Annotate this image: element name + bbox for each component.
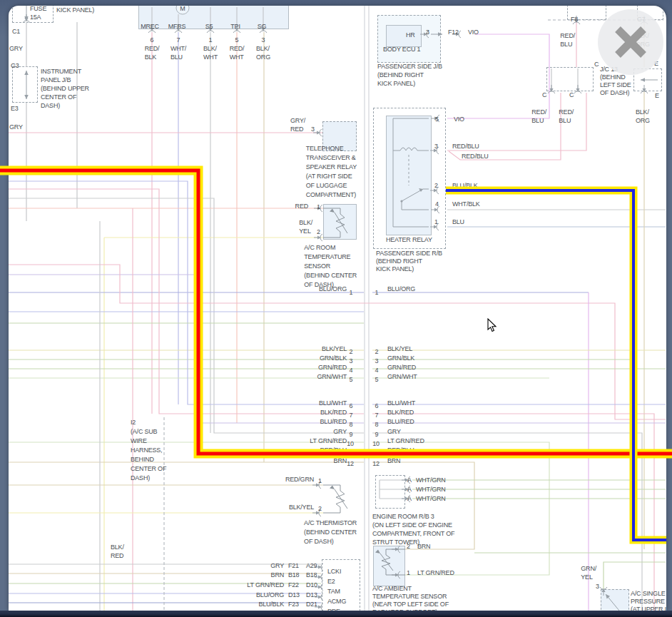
diagram-label: INSTRUMENT PANEL J/B (BEHIND UPPER CENTE… — [41, 67, 89, 110]
diagram-label: ENGINE ROOM R/B 3 (ON LEFT SIDE OF ENGIN… — [372, 512, 454, 546]
diagram-label: 10 — [372, 439, 380, 448]
diagram-label: D13 — [306, 591, 317, 599]
diagram-label: 12 — [347, 459, 354, 468]
diagram-label: 7 — [350, 411, 353, 419]
diagram-label: B18 — [306, 571, 317, 579]
diagram-label: E2 — [327, 577, 335, 586]
diagram-label: 1 — [375, 288, 379, 297]
diagram-label: WHT/GRN — [416, 494, 446, 503]
diagram-label: GRN/ YEL — [581, 564, 596, 581]
diagram-label: RED/BLU — [320, 446, 347, 454]
diagram-label: LT GRN/RED — [387, 437, 424, 445]
diagram-label: BLK/ ORG — [636, 108, 650, 125]
diagram-label: GRY — [9, 123, 23, 131]
diagram-label: F8 — [571, 15, 578, 24]
diagram-label: WHT/GRN — [416, 476, 446, 484]
diagram-label: BLU/ORG — [387, 285, 415, 293]
pin-connector — [574, 85, 581, 93]
diagram-label: 11 — [373, 449, 380, 457]
diagram-label: C — [569, 91, 574, 99]
diagram-label: BLU/BLK — [452, 181, 478, 190]
diagram-label: BRN — [387, 457, 400, 465]
diagram-label: HEATER RELAY — [386, 235, 432, 244]
diagram-label: 3 — [426, 28, 429, 36]
diagram-label: 1 — [350, 288, 353, 297]
diagram-label: MFRS — [168, 22, 186, 31]
diagram-label: TAM — [327, 587, 340, 596]
diagram-label: RED/ WHT — [230, 44, 245, 61]
diagram-label: VIO — [468, 28, 479, 36]
diagram-label: 2 — [375, 347, 379, 356]
diagram-label: PASSENGER SIDE R/B (BEHIND RIGHT KICK PA… — [376, 250, 442, 273]
diagram-label: GRN/BLK — [387, 354, 414, 362]
diagram-label: 5 — [235, 36, 239, 44]
diagram-label: 9 — [350, 430, 353, 439]
diagram-label: GRN/WHT — [387, 372, 417, 381]
diagram-label: BLU/RED — [320, 417, 347, 426]
diagram-label: RED/BLU — [462, 152, 489, 160]
diagram-label: 5 — [375, 375, 379, 384]
diagram-label: F22 — [288, 581, 299, 589]
diagram-label: I2 (A/C SUB WIRE HARNESS, BEHIND CENTER … — [131, 418, 166, 483]
diagram-label: D13 — [288, 591, 300, 599]
diagram-label: C1 — [12, 27, 20, 36]
diagram-label: 2 — [407, 542, 410, 551]
diagram-label: 12 — [372, 459, 380, 468]
diagram-label: A/C AMBIENT TEMPERATURE SENSOR (NEAR TOP… — [372, 585, 449, 611]
diagram-label: GRY — [270, 561, 284, 570]
diagram-label: F23 — [288, 600, 299, 608]
diagram-label: 7 — [375, 411, 379, 419]
diagram-label: F12 — [448, 28, 459, 36]
diagram-label: 6 — [375, 402, 379, 410]
close-button[interactable] — [598, 9, 663, 75]
diagram-label: BLK/RED — [387, 408, 414, 417]
diagram-label: 1 — [318, 476, 322, 485]
diagram-label: S5 — [205, 22, 213, 31]
diagram-label: A/C ROOM TEMPERATURE SENSOR (BEHIND CENT… — [304, 243, 357, 290]
diagram-label: A29 — [306, 561, 317, 570]
diagram-label: 4 — [435, 200, 439, 208]
thermistor-symbol — [323, 208, 347, 238]
diagram-label: BLU/BLK — [258, 600, 284, 608]
diagram-label: WHT/BLK — [452, 200, 480, 208]
diagram-label: BLU/WHT — [387, 399, 415, 407]
diagram-label: HR — [406, 31, 415, 39]
diagram-label: GRY — [333, 427, 347, 436]
diagram-label: A — [407, 494, 412, 503]
diagram-label: A/C THERMISTOR (BEHIND CENTER OF DASH) — [304, 519, 357, 546]
diagram-label: B18 — [288, 571, 299, 579]
diagram-label: 10 — [347, 439, 354, 448]
diagram-label: 3 — [375, 357, 379, 365]
diagram-label: 2 — [350, 347, 353, 356]
diagram-label: LT GRN/RED — [417, 568, 454, 577]
bottom-band — [0, 611, 672, 617]
diagram-label: A — [407, 476, 412, 484]
diagram-label: 2 — [317, 228, 320, 236]
diagram-label: RED/ BLU — [531, 108, 546, 125]
diagram-label: 1 — [317, 203, 320, 211]
diagram-label: LT GRN/RED — [247, 581, 284, 589]
diagram-label: 3 — [311, 125, 315, 133]
diagram-label: BODY ECU 1 — [383, 45, 420, 53]
mouse-cursor — [487, 318, 497, 332]
diagram-label: 3 — [350, 357, 353, 365]
diagram-label: RED/GRN — [285, 475, 314, 484]
diagram-label: BLK/ YEL — [299, 218, 312, 235]
diagram-label: 2 — [318, 504, 322, 513]
diagram-label: LT GRN/RED — [310, 437, 347, 445]
diagram-label: RED/ BLK — [145, 44, 160, 61]
diagram-label: 7 — [177, 36, 180, 44]
diagram-label: GRY — [387, 427, 401, 436]
diagram-label: BLK/YEL — [289, 503, 314, 511]
diagram-label: BLU/WHT — [319, 399, 347, 407]
diagram-page: FUSE 15AKICK PANEL)C1GRYG3INSTRUMENT PAN… — [9, 6, 666, 611]
diagram-label: BRN — [417, 542, 430, 551]
diagram-label: BLK/ ORG — [256, 44, 270, 61]
diagram-label: BLK/ RED — [111, 543, 124, 560]
arrow — [24, 71, 29, 99]
diagram-label: 3 — [434, 142, 438, 151]
diagram-label: C — [542, 91, 546, 99]
diagram-label: BLK/YEL — [387, 345, 412, 353]
diagram-label: F21 — [288, 561, 299, 570]
wiring-diagram-viewer: { "meta": { "background": "#5d6e88", "pa… — [0, 0, 672, 617]
